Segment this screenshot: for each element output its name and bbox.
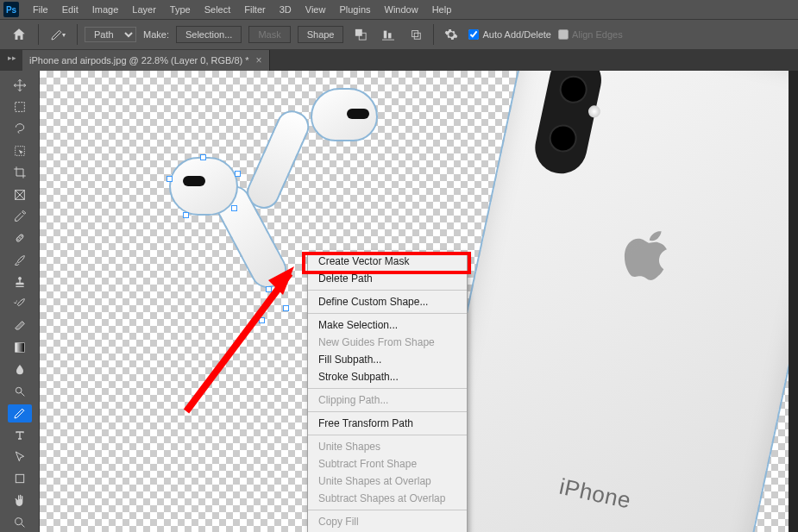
context-menu-item[interactable]: Free Transform Path [308,415,467,432]
context-menu-item[interactable]: Define Custom Shape... [308,293,467,310]
svg-rect-6 [415,33,421,39]
gear-icon[interactable] [441,24,462,45]
context-menu-item: New Guides From Shape [308,334,467,351]
options-divider [77,24,78,45]
svg-point-11 [17,240,18,241]
gradient-tool[interactable] [8,339,32,357]
object-select-tool[interactable] [8,141,32,160]
eyedropper-tool[interactable] [8,207,32,225]
auto-add-delete-checkbox[interactable]: Auto Add/Delete [468,29,551,40]
menu-image[interactable]: Image [85,2,126,17]
path-ops-icon[interactable] [350,24,371,45]
menu-file[interactable]: File [26,2,55,17]
history-brush-tool[interactable] [8,295,32,313]
context-menu-item[interactable]: Delete Path [308,270,467,287]
menu-layer[interactable]: Layer [125,2,163,17]
airpod-left-selected [169,157,290,329]
menu-view[interactable]: View [298,2,333,17]
context-menu-item: Unite Shapes at Overlap [308,473,467,490]
dodge-tool[interactable] [8,382,32,400]
context-menu-item[interactable]: Fill Subpath... [308,351,467,368]
blur-tool[interactable] [8,360,32,379]
make-label: Make: [143,29,169,40]
close-tab-icon[interactable]: × [256,54,262,66]
menu-edit[interactable]: Edit [55,2,85,17]
svg-rect-7 [15,103,24,112]
right-gutter [789,71,798,532]
context-menu-item[interactable]: Make Selection... [308,316,467,334]
shape-button[interactable]: Shape [298,26,344,43]
document-tab[interactable]: iPhone and airpods.jpg @ 22.8% (Layer 0,… [22,50,270,71]
hand-tool[interactable] [8,491,32,510]
canvas-area[interactable]: iPhone Create Vector MaskDelete P [40,71,798,532]
move-tool[interactable] [8,76,32,94]
context-menu-separator [308,411,467,412]
menu-plugins[interactable]: Plugins [332,2,377,17]
mask-button[interactable]: Mask [248,26,290,43]
heal-tool[interactable] [8,229,32,247]
type-tool[interactable] [8,426,32,444]
frame-tool[interactable] [8,185,32,203]
options-divider [433,24,434,45]
eraser-tool[interactable] [8,316,32,335]
context-menu-separator [308,435,467,435]
context-menu-item: Unite Shapes [308,438,467,455]
workspace: iPhone Create Vector MaskDelete P [0,71,798,532]
tools-panel [0,71,40,532]
menu-help[interactable]: Help [425,2,459,17]
svg-point-12 [19,238,20,239]
path-align-icon[interactable] [378,24,399,45]
svg-rect-14 [15,343,24,353]
svg-rect-16 [16,475,23,483]
menu-select[interactable]: Select [198,2,238,17]
svg-point-15 [16,387,22,393]
svg-point-13 [21,236,22,237]
context-menu-item: Clipping Path... [308,391,467,409]
menu-window[interactable]: Window [378,2,425,17]
ps-logo: Ps [3,2,19,17]
airpod-right [281,88,376,243]
marquee-tool[interactable] [8,97,32,116]
menu-type[interactable]: Type [163,2,198,17]
pen-tool[interactable] [8,404,32,422]
canvas[interactable]: iPhone Create Vector MaskDelete P [40,71,789,532]
document-tab-title: iPhone and airpods.jpg @ 22.8% (Layer 0,… [29,55,249,66]
context-menu-item: Copy Fill [308,513,467,530]
context-menu-item: Subtract Shapes at Overlap [308,490,467,507]
options-bar: ▾ Path Make: Selection... Mask Shape Aut… [0,19,798,50]
context-menu-separator [308,388,467,389]
lasso-tool[interactable] [8,120,32,138]
shape-tool[interactable] [8,470,32,488]
brush-tool[interactable] [8,251,32,269]
menu-filter[interactable]: Filter [237,2,272,17]
path-arrange-icon[interactable] [405,24,426,45]
path-mode-select[interactable]: Path [85,27,136,42]
selection-button[interactable]: Selection... [176,26,242,43]
options-divider [38,24,39,45]
svg-rect-3 [388,33,392,38]
menu-3d[interactable]: 3D [273,2,298,17]
path-select-tool[interactable] [8,448,32,466]
stamp-tool[interactable] [8,272,32,291]
pen-tool-icon[interactable]: ▾ [46,24,70,45]
crop-tool[interactable] [8,164,32,182]
context-menu-item: Subtract Front Shape [308,455,467,473]
svg-rect-5 [412,31,418,37]
context-menu: Create Vector MaskDelete PathDefine Cust… [307,252,468,532]
context-menu-separator [308,313,467,314]
expand-panels-icon[interactable]: ▸▸ [3,53,21,62]
home-button[interactable] [7,24,31,45]
align-edges-checkbox[interactable]: Align Edges [558,29,623,40]
context-menu-separator [308,290,467,291]
document-tab-track: ▸▸ iPhone and airpods.jpg @ 22.8% (Layer… [0,50,798,71]
svg-point-17 [15,518,22,525]
menu-bar: Ps File Edit Image Layer Type Select Fil… [0,0,798,19]
context-menu-item[interactable]: Stroke Subpath... [308,368,467,385]
context-menu-item[interactable]: Create Vector Mask [308,253,467,270]
zoom-tool[interactable] [8,514,32,532]
context-menu-separator [308,510,467,510]
svg-rect-2 [384,31,387,39]
